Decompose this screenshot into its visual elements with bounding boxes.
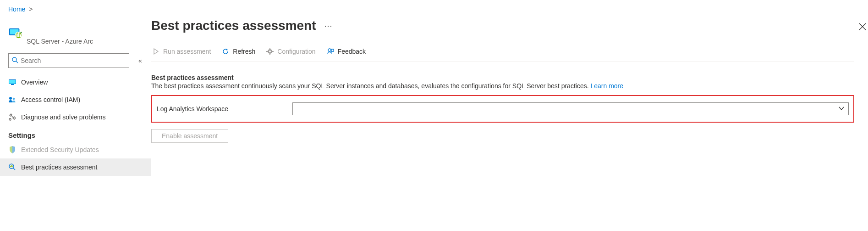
sidebar-item-label: Overview: [21, 79, 48, 86]
svg-marker-24: [154, 49, 158, 54]
svg-rect-19: [10, 166, 11, 167]
access-control-icon: [8, 96, 16, 104]
configuration-button: Configuration: [265, 46, 316, 57]
enable-assessment-button: Enable assessment: [151, 129, 228, 143]
close-button[interactable]: [857, 20, 868, 34]
sql-server-arc-icon: [8, 26, 22, 39]
toolbar-label: Configuration: [277, 48, 315, 55]
sidebar-search-input[interactable]: [19, 57, 126, 64]
svg-point-32: [328, 49, 331, 51]
play-icon: [152, 48, 159, 55]
chevron-right-icon: >: [29, 6, 33, 13]
diagnose-icon: [8, 113, 16, 121]
svg-line-16: [11, 116, 13, 118]
svg-line-18: [13, 168, 15, 170]
section-description: The best practices assessment continuous…: [151, 82, 854, 90]
sidebar-item-diagnose[interactable]: Diagnose and solve problems: [0, 108, 151, 126]
breadcrumb: Home >: [0, 0, 868, 16]
toolbar-label: Refresh: [233, 48, 255, 55]
sidebar-item-overview[interactable]: Overview: [0, 73, 151, 91]
divider: [151, 62, 854, 62]
svg-line-9: [16, 61, 18, 63]
section-heading: Best practices assessment: [151, 74, 854, 81]
page-title: Best practices assessment: [151, 18, 316, 33]
resource-type-label: SQL Server - Azure Arc: [27, 24, 93, 45]
gear-icon: [266, 48, 274, 55]
sidebar-item-label: Extended Security Updates: [21, 146, 99, 153]
svg-rect-4: [16, 34, 18, 37]
sidebar-item-label: Diagnose and solve problems: [21, 113, 105, 121]
breadcrumb-home-link[interactable]: Home: [8, 6, 25, 13]
svg-point-15: [9, 118, 11, 120]
resource-header: SQL Server - Azure Arc: [8, 16, 151, 53]
workspace-dropdown[interactable]: [292, 102, 849, 115]
learn-more-link[interactable]: Learn more: [590, 82, 623, 90]
sidebar-item-best-practices[interactable]: Best practices assessment: [0, 158, 151, 176]
main-content: Best practices assessment ··· Run assess…: [151, 16, 868, 143]
svg-point-27: [269, 51, 271, 52]
sidebar-item-extended-security[interactable]: Extended Security Updates: [0, 141, 151, 158]
sidebar: SQL Server - Azure Arc « Overview Access…: [0, 16, 151, 176]
run-assessment-button: Run assessment: [151, 46, 212, 57]
refresh-button[interactable]: Refresh: [221, 46, 256, 57]
collapse-sidebar-button[interactable]: «: [138, 57, 140, 64]
sidebar-section-settings: Settings: [8, 126, 151, 141]
workspace-field-highlight: Log Analytics Workspace: [151, 95, 854, 123]
more-actions-button[interactable]: ···: [324, 21, 333, 31]
toolbar-label: Run assessment: [163, 48, 211, 55]
chevron-down-icon: [838, 105, 845, 113]
sidebar-item-access-control[interactable]: Access control (IAM): [0, 91, 151, 108]
sidebar-item-label: Best practices assessment: [21, 163, 98, 171]
workspace-field-label: Log Analytics Workspace: [155, 105, 292, 113]
svg-rect-11: [9, 80, 16, 84]
svg-marker-25: [226, 49, 228, 51]
assessment-icon: [8, 163, 16, 171]
sidebar-search[interactable]: [8, 53, 129, 68]
svg-rect-21: [12, 166, 13, 168]
feedback-button[interactable]: Feedback: [326, 46, 367, 57]
search-icon: [11, 56, 19, 65]
svg-point-13: [9, 97, 12, 100]
refresh-icon: [222, 48, 229, 55]
toolbar: Run assessment Refresh Configuration Fee…: [151, 46, 854, 62]
svg-point-14: [13, 98, 15, 100]
shield-icon: [8, 146, 16, 154]
svg-rect-6: [20, 34, 21, 37]
sidebar-item-label: Access control (IAM): [21, 96, 80, 103]
svg-rect-20: [11, 165, 12, 168]
svg-rect-31: [272, 51, 274, 52]
svg-rect-29: [269, 54, 270, 55]
svg-rect-5: [18, 32, 20, 37]
svg-rect-28: [269, 48, 270, 49]
feedback-icon: [327, 48, 334, 55]
svg-rect-30: [266, 51, 268, 52]
svg-point-8: [12, 57, 16, 62]
svg-rect-12: [11, 84, 14, 85]
overview-icon: [8, 78, 16, 86]
toolbar-label: Feedback: [338, 48, 366, 55]
